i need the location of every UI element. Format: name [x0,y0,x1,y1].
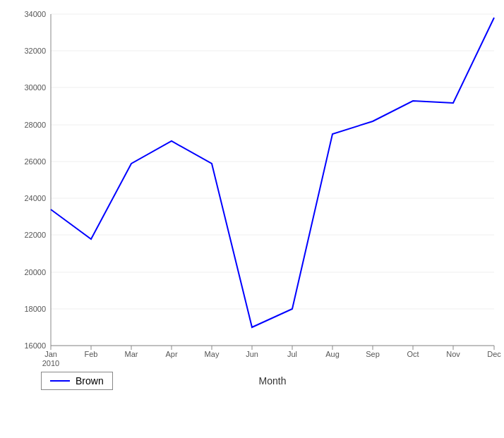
y-tick-20000: 20000 [24,268,46,276]
y-tick-30000: 30000 [24,83,46,92]
x-label-may: May [205,350,220,358]
x-axis-label: Month [259,375,287,387]
x-label-2010: 2010 [42,359,59,367]
x-label-jul: Jul [287,350,297,358]
y-tick-16000: 16000 [24,341,46,350]
y-tick-26000: 26000 [24,157,46,166]
x-label-feb: Feb [85,350,98,358]
y-tick-28000: 28000 [24,121,46,129]
x-label-jun: Jun [246,350,258,358]
x-label-dec: Dec [487,350,501,358]
y-tick-32000: 32000 [24,47,46,55]
legend: Brown [41,372,113,390]
y-tick-18000: 18000 [24,305,46,313]
chart-container: 16000 18000 20000 22000 24000 26000 2800… [0,0,504,438]
x-label-nov: Nov [446,350,460,358]
x-label-mar: Mar [125,350,138,358]
legend-line [50,380,70,382]
x-label-jan: Jan [44,350,57,358]
x-label-oct: Oct [407,350,419,358]
legend-label: Brown [76,375,104,387]
y-tick-22000: 22000 [24,231,46,239]
data-line-brown [51,18,494,327]
y-tick-34000: 34000 [24,10,46,18]
y-tick-24000: 24000 [24,194,46,202]
x-label-aug: Aug [325,350,340,358]
x-label-sep: Sep [366,350,380,358]
x-label-apr: Apr [165,350,177,358]
